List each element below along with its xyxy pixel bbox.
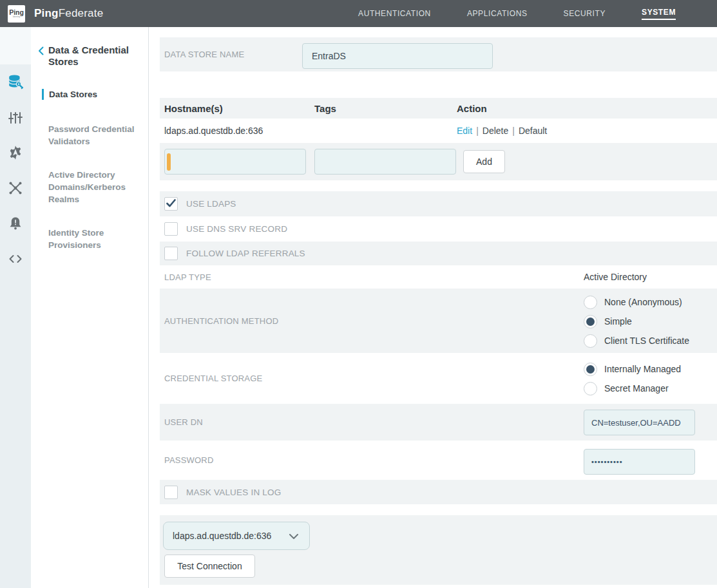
active-indicator-bar <box>42 89 44 100</box>
hostname-cell: ldaps.ad.questdb.de:636 <box>160 126 314 136</box>
ldap-type-row: LDAP TYPE Active Directory <box>160 265 717 289</box>
radio-option-client-tls-certificate[interactable]: Client TLS Certificate <box>584 331 689 350</box>
sliders-icon[interactable] <box>0 108 31 128</box>
hostname-select[interactable]: ldaps.ad.questdb.de:636 <box>163 522 310 550</box>
sidebar-title[interactable]: Data & Credential Stores <box>48 44 140 68</box>
new-tags-input[interactable] <box>314 149 456 175</box>
radio-option-none-anonymous[interactable]: None (Anonymous) <box>584 292 689 312</box>
ping-logo-text: Ping <box>9 9 24 15</box>
icon-rail <box>0 27 31 588</box>
use-dns-srv-row: USE DNS SRV RECORD <box>160 216 717 242</box>
mask-values-row: MASK VALUES IN LOG <box>160 480 717 504</box>
ldap-type-label: LDAP TYPE <box>164 272 211 282</box>
hostname-select-value: ldaps.ad.questdb.de:636 <box>173 531 271 541</box>
test-connection-button[interactable]: Test Connection <box>164 555 255 578</box>
internally-managed-label: Internally Managed <box>604 364 681 374</box>
code-icon[interactable] <box>0 249 31 269</box>
top-header: Ping Identity PingFederate AUTHENTICATIO… <box>0 0 717 27</box>
authentication-method-options: None (Anonymous) Simple Client TLS Certi… <box>584 292 689 350</box>
ldap-type-value: Active Directory <box>584 265 647 289</box>
side-nav-panel: Data & Credential Stores Data Stores Pas… <box>31 27 149 588</box>
column-tags: Tags <box>314 103 457 114</box>
password-row: PASSWORD <box>160 441 717 480</box>
hostnames-table-header: Hostname(s) Tags Action <box>160 98 717 119</box>
data-store-name-label: DATA STORE NAME <box>164 50 244 59</box>
simple-radio[interactable] <box>584 315 597 328</box>
add-button[interactable]: Add <box>463 150 505 173</box>
chevron-down-icon <box>289 530 298 542</box>
follow-ldap-referrals-row: FOLLOW LDAP REFERRALS <box>160 242 717 265</box>
table-row: ldaps.ad.questdb.de:636 Edit|Delete|Defa… <box>160 119 717 143</box>
simple-label: Simple <box>604 316 632 327</box>
nav-system[interactable]: SYSTEM <box>642 8 676 20</box>
use-dns-srv-label: USE DNS SRV RECORD <box>186 224 287 234</box>
data-stores-icon[interactable] <box>0 72 31 91</box>
use-dns-srv-checkbox[interactable] <box>164 222 178 236</box>
credential-storage-options: Internally Managed Secret Manager <box>584 359 681 398</box>
sidebar-item-identity-store-provisioners[interactable]: Identity Store Provisioners <box>48 227 142 251</box>
product-title-light: Federate <box>59 7 104 19</box>
default-link[interactable]: Default <box>519 126 547 136</box>
user-dn-label: USER DN <box>164 417 203 427</box>
alerts-bell-icon[interactable] <box>0 214 31 233</box>
radio-option-internally-managed[interactable]: Internally Managed <box>584 359 681 379</box>
main-content: DATA STORE NAME Hostname(s) Tags Action … <box>149 27 717 588</box>
radio-option-secret-manager[interactable]: Secret Manager <box>584 379 681 398</box>
mask-values-checkbox[interactable] <box>164 486 178 499</box>
sidebar-item-password-credential-validators[interactable]: Password Credential Validators <box>48 123 142 147</box>
product-title: PingFederate <box>34 7 103 20</box>
credential-storage-row: CREDENTIAL STORAGE Internally Managed Se… <box>160 353 717 404</box>
credential-storage-label: CREDENTIAL STORAGE <box>164 374 262 383</box>
password-label: PASSWORD <box>164 455 213 465</box>
user-dn-input[interactable] <box>584 410 695 435</box>
secret-manager-label: Secret Manager <box>604 383 669 394</box>
client-tls-certificate-radio[interactable] <box>584 334 597 348</box>
network-icon[interactable] <box>0 178 31 198</box>
ping-logo: Ping Identity <box>8 5 25 23</box>
data-store-name-input[interactable] <box>302 43 493 69</box>
radio-option-simple[interactable]: Simple <box>584 312 689 331</box>
use-ldaps-label: USE LDAPS <box>186 199 236 209</box>
follow-ldap-referrals-checkbox[interactable] <box>164 247 178 260</box>
client-tls-certificate-label: Client TLS Certificate <box>604 336 689 346</box>
test-connection-section: ldaps.ad.questdb.de:636 Test Connection <box>160 515 717 585</box>
action-separator: | <box>512 126 515 136</box>
mask-values-label: MASK VALUES IN LOG <box>186 488 281 497</box>
authentication-method-label: AUTHENTICATION METHOD <box>164 316 278 326</box>
ping-logo-subtext: Identity <box>13 15 20 18</box>
follow-ldap-referrals-label: FOLLOW LDAP REFERRALS <box>186 249 305 258</box>
none-anonymous-label: None (Anonymous) <box>604 297 682 307</box>
action-cell: Edit|Delete|Default <box>457 126 717 136</box>
password-input[interactable] <box>584 449 695 475</box>
nav-authentication[interactable]: AUTHENTICATION <box>358 9 431 18</box>
internally-managed-radio[interactable] <box>584 363 597 376</box>
sidebar-item-ad-domains-kerberos-realms[interactable]: Active Directory Domains/Kerberos Realms <box>48 169 146 205</box>
secret-manager-radio[interactable] <box>584 382 597 395</box>
product-title-bold: Ping <box>34 7 59 19</box>
add-hostname-row: Add <box>160 143 717 180</box>
none-anonymous-radio[interactable] <box>584 296 597 309</box>
authentication-method-row: AUTHENTICATION METHOD None (Anonymous) S… <box>160 289 717 353</box>
use-ldaps-checkbox[interactable] <box>164 197 178 211</box>
use-ldaps-row: USE LDAPS <box>160 191 717 216</box>
new-hostname-input[interactable] <box>164 149 306 175</box>
action-separator: | <box>476 126 479 136</box>
column-action: Action <box>457 103 717 114</box>
chevron-left-icon[interactable] <box>38 46 44 58</box>
nav-applications[interactable]: APPLICATIONS <box>467 9 528 18</box>
data-store-name-row: DATA STORE NAME <box>160 37 717 71</box>
column-hostnames: Hostname(s) <box>160 103 314 114</box>
delete-link[interactable]: Delete <box>483 126 508 136</box>
gear-arrow-icon[interactable] <box>0 143 31 162</box>
user-dn-row: USER DN <box>160 404 717 441</box>
top-nav: AUTHENTICATION APPLICATIONS SECURITY SYS… <box>358 8 676 20</box>
nav-security[interactable]: SECURITY <box>564 9 606 18</box>
icon-rail-top-strip <box>0 27 31 64</box>
sidebar-item-data-stores[interactable]: Data Stores <box>42 89 97 100</box>
edit-link[interactable]: Edit <box>457 126 472 136</box>
sidebar-item-label: Data Stores <box>49 90 97 99</box>
